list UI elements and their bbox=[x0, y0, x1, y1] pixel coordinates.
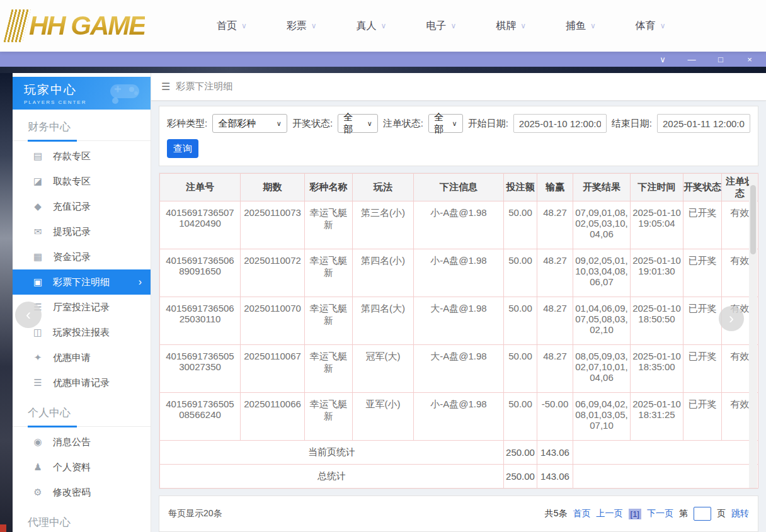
table-cell: 已开奖 bbox=[683, 201, 722, 249]
column-header: 玩法 bbox=[353, 174, 414, 201]
summary-empty bbox=[573, 465, 758, 489]
column-header: 彩种名称 bbox=[305, 174, 353, 201]
column-header: 开奖结果 bbox=[573, 174, 631, 201]
table-cell: 亚军(小) bbox=[353, 393, 414, 441]
table-cell: 2025-01-10 18:35:00 bbox=[631, 345, 683, 393]
sidebar-section-items: ▤ 存款专区 ◪ 取款专区 ◆ 充值记录 ✉ 提现记录 ▦ bbox=[13, 144, 151, 395]
hamburger-icon[interactable]: ☰ bbox=[161, 81, 170, 93]
nav-item-label: 棋牌 bbox=[496, 20, 516, 33]
end-date-input[interactable] bbox=[657, 114, 750, 133]
table-row: 40156917365062503011020250110070幸运飞艇新第四名… bbox=[160, 297, 758, 345]
start-date-label: 开始日期: bbox=[468, 118, 508, 130]
table-cell: 第四名(大) bbox=[353, 297, 414, 345]
wallet-icon: ▦ bbox=[31, 251, 44, 263]
sidebar-item-funds-records[interactable]: ▦ 资金记录 bbox=[13, 244, 151, 269]
lottery-type-select[interactable]: 全部彩种 ∨ bbox=[212, 114, 287, 133]
table-cell: 20250110073 bbox=[241, 201, 305, 249]
scrollbar-thumb[interactable] bbox=[750, 185, 756, 254]
table-row: 40156917365071042049020250110073幸运飞艇新第三名… bbox=[160, 201, 758, 249]
logo-stripes-decoration bbox=[4, 9, 31, 42]
nav-item[interactable]: 体育 ∨ bbox=[636, 20, 666, 33]
chart-icon: ◫ bbox=[31, 327, 44, 338]
sidebar-item-withdraw-zone[interactable]: ◪ 取款专区 bbox=[13, 169, 151, 194]
sidebar-item-withdrawal-records[interactable]: ✉ 提现记录 bbox=[13, 219, 151, 244]
table-cell: 20250110072 bbox=[241, 249, 305, 297]
sidebar: 玩家中心 PLAYERS CENTER 财务中心 ▤ 存 bbox=[13, 73, 151, 532]
breadcrumb: ☰ 彩票下注明细 bbox=[151, 73, 766, 101]
table-header-row: 注单号期数彩种名称玩法下注信息投注额输赢开奖结果下注时间开奖状态注单状态 bbox=[160, 174, 758, 201]
table-cell: 幸运飞艇新 bbox=[305, 393, 353, 441]
summary-empty bbox=[573, 441, 758, 465]
table-cell: 401569173650508566240 bbox=[160, 393, 241, 441]
sidebar-item-change-password[interactable]: ⚙ 修改密码 bbox=[13, 480, 151, 505]
chevron-down-icon: ∨ bbox=[452, 120, 457, 128]
table-cell: 20250110066 bbox=[241, 393, 305, 441]
summary-winloss-total: 143.06 bbox=[537, 441, 573, 465]
table-cell: 第三名(小) bbox=[353, 201, 414, 249]
nav-item-label: 彩票 bbox=[287, 20, 307, 33]
brand-logo: HH GAME bbox=[8, 9, 178, 42]
sidebar-item-promo-apply[interactable]: ✦ 优惠申请 bbox=[13, 345, 151, 370]
sidebar-item-recharge-records[interactable]: ◆ 充值记录 bbox=[13, 194, 151, 219]
sidebar-item-messages[interactable]: ◉ 消息公告 bbox=[13, 429, 151, 455]
sidebar-item-profile[interactable]: ♟ 个人资料 bbox=[13, 455, 151, 480]
window-titlebar: ∨—□× bbox=[0, 52, 766, 67]
sidebar-item-lottery-bet-details[interactable]: ▣ 彩票下注明细 › bbox=[13, 269, 151, 295]
column-header: 开奖状态 bbox=[683, 174, 722, 201]
table-cell: 2025-01-10 18:50:50 bbox=[631, 297, 683, 345]
nav-item-label: 首页 bbox=[217, 20, 237, 33]
table-cell: 幸运飞艇新 bbox=[305, 297, 353, 345]
envelope-money-icon: ✉ bbox=[31, 226, 44, 237]
column-header: 下注信息 bbox=[414, 174, 504, 201]
background-strip bbox=[0, 73, 13, 532]
gear-icon: ⚙ bbox=[31, 487, 44, 498]
table-cell: 401569173650625030110 bbox=[160, 297, 241, 345]
table-row: 40156917365053002735020250110067幸运飞艇新冠军(… bbox=[160, 345, 758, 393]
sidebar-item-promo-apply-records[interactable]: ☰ 优惠申请记录 bbox=[13, 370, 151, 395]
order-status-select[interactable]: 全部 ∨ bbox=[428, 114, 463, 133]
draw-status-label: 开奖状态: bbox=[292, 118, 333, 130]
bet-table: 注单号期数彩种名称玩法下注信息投注额输赢开奖结果下注时间开奖状态注单状态 401… bbox=[159, 173, 758, 489]
nav-item[interactable]: 捕鱼 ∨ bbox=[566, 20, 596, 33]
start-date-input[interactable] bbox=[513, 114, 607, 133]
gift-icon: ✦ bbox=[31, 352, 44, 363]
table-scrollbar[interactable] bbox=[749, 174, 757, 488]
sidebar-section-items: ◉ 消息公告 ♟ 个人资料 ⚙ 修改密码 bbox=[13, 429, 151, 505]
table-cell: 20250110067 bbox=[241, 345, 305, 393]
nav-item[interactable]: 彩票 ∨ bbox=[287, 20, 317, 33]
nav-item[interactable]: 电子 ∨ bbox=[426, 20, 456, 33]
table-cell: 幸运飞艇新 bbox=[305, 249, 353, 297]
maximize-button[interactable]: □ bbox=[716, 55, 726, 64]
table-cell: 幸运飞艇新 bbox=[305, 201, 353, 249]
main-content: ☰ 彩票下注明细 彩种类型: 全部彩种 ∨ 开奖状态: 全部 bbox=[151, 73, 766, 532]
sidebar-collapse-button[interactable]: ‹ bbox=[15, 302, 42, 328]
sidebar-item-deposit-zone[interactable]: ▤ 存款专区 bbox=[13, 144, 151, 169]
table-cell: 06,09,04,02,08,01,03,05,07,10 bbox=[573, 393, 631, 441]
chevron-down-icon: ∨ bbox=[660, 21, 666, 30]
dropdown-button[interactable]: ∨ bbox=[658, 55, 668, 64]
nav-item[interactable]: 真人 ∨ bbox=[357, 20, 387, 33]
close-button[interactable]: × bbox=[745, 55, 755, 64]
background-band bbox=[0, 67, 766, 73]
scroll-right-button[interactable]: › bbox=[719, 306, 744, 331]
first-page-link[interactable]: 首页 bbox=[573, 508, 591, 519]
sidebar-section-label: 代理中心 bbox=[13, 505, 151, 532]
minimize-button[interactable]: — bbox=[687, 55, 697, 64]
withdraw-hand-icon: ◪ bbox=[31, 176, 44, 187]
nav-item[interactable]: 棋牌 ∨ bbox=[496, 20, 526, 33]
next-page-link[interactable]: 下一页 bbox=[647, 508, 673, 519]
nav-item[interactable]: 首页 ∨ bbox=[217, 20, 247, 33]
prev-page-link[interactable]: 上一页 bbox=[597, 508, 623, 519]
page-jump-input[interactable] bbox=[694, 507, 711, 521]
table-cell: 冠军(大) bbox=[353, 345, 414, 393]
jump-button[interactable]: 跳转 bbox=[731, 508, 749, 519]
page-title: 彩票下注明细 bbox=[176, 81, 232, 93]
table-cell: 已开奖 bbox=[683, 345, 722, 393]
draw-status-select[interactable]: 全部 ∨ bbox=[338, 114, 378, 133]
table-row: 40156917365050856624020250110066幸运飞艇新亚军(… bbox=[160, 393, 758, 441]
query-button[interactable]: 查询 bbox=[167, 139, 198, 158]
filter-panel: 彩种类型: 全部彩种 ∨ 开奖状态: 全部 ∨ 注单状态: 全部 bbox=[159, 106, 758, 166]
table-cell: -50.00 bbox=[537, 393, 573, 441]
table-cell: 48.27 bbox=[537, 201, 573, 249]
nav-item-label: 体育 bbox=[636, 20, 656, 33]
